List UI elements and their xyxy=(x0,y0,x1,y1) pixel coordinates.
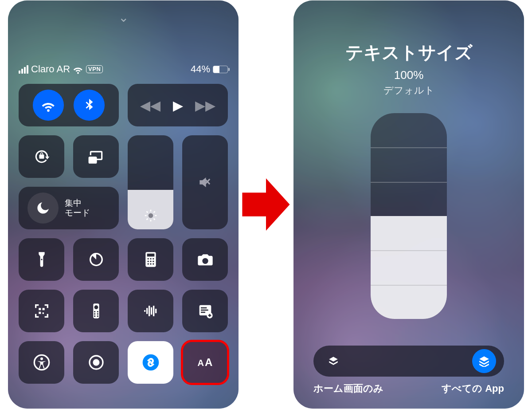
svg-point-7 xyxy=(150,261,151,262)
arrow-indicator xyxy=(242,171,290,238)
screen-mirroring-button[interactable] xyxy=(73,135,119,178)
forward-icon[interactable]: ▶▶ xyxy=(195,98,215,113)
svg-point-18 xyxy=(94,315,95,317)
svg-point-19 xyxy=(97,315,98,317)
svg-point-26 xyxy=(40,358,43,360)
vpn-badge: VPN xyxy=(86,65,103,73)
svg-point-0 xyxy=(148,213,153,218)
apple-tv-remote-button[interactable] xyxy=(73,290,119,332)
text-size-button[interactable]: AA xyxy=(182,341,228,384)
svg-rect-2 xyxy=(147,254,154,257)
home-only-label: ホーム画面のみ xyxy=(313,382,383,395)
screen-record-button[interactable] xyxy=(73,341,119,384)
arrow-right-icon xyxy=(242,171,290,238)
svg-point-15 xyxy=(97,311,98,312)
text-size-icon: AA xyxy=(198,356,213,369)
svg-point-29 xyxy=(142,354,159,371)
quick-note-icon xyxy=(196,302,214,320)
bluetooth-toggle[interactable] xyxy=(74,90,105,121)
calculator-icon xyxy=(142,251,160,268)
rewind-icon[interactable]: ◀◀ xyxy=(140,98,160,113)
camera-icon xyxy=(196,251,214,268)
apple-tv-remote-icon xyxy=(87,302,105,320)
svg-point-4 xyxy=(150,258,151,260)
text-size-title: テキストサイズ xyxy=(345,40,473,65)
chevron-down-icon[interactable]: ⌄ xyxy=(19,10,228,23)
qr-scanner-button[interactable] xyxy=(19,290,64,332)
scope-labels: ホーム画面のみ すべての App xyxy=(313,382,504,395)
timer-icon xyxy=(87,251,105,268)
calculator-button[interactable] xyxy=(128,238,173,281)
battery-percent: 44% xyxy=(191,63,210,75)
svg-point-13 xyxy=(94,305,98,309)
wifi-status-icon xyxy=(73,64,83,75)
focus-label: 集中 モード xyxy=(65,198,90,218)
layers-filled-icon xyxy=(478,355,490,367)
flashlight-icon xyxy=(33,251,51,268)
brightness-slider[interactable] xyxy=(128,135,173,229)
home-only-option[interactable] xyxy=(321,349,345,373)
wifi-icon xyxy=(41,98,56,113)
svg-rect-21 xyxy=(201,307,207,309)
svg-rect-23 xyxy=(201,312,205,313)
focus-mode-button[interactable]: 集中 モード xyxy=(19,187,119,229)
mute-icon xyxy=(197,174,214,191)
quick-note-button[interactable] xyxy=(182,290,228,332)
svg-point-8 xyxy=(153,261,154,262)
all-apps-option[interactable] xyxy=(472,349,496,373)
svg-point-11 xyxy=(153,263,154,264)
camera-button[interactable] xyxy=(182,238,228,281)
svg-point-3 xyxy=(147,258,149,260)
svg-point-5 xyxy=(153,258,154,260)
shazam-icon xyxy=(142,354,160,371)
moon-icon xyxy=(35,201,51,216)
scope-toggle[interactable] xyxy=(313,346,504,377)
text-size-value: 100% xyxy=(394,68,424,82)
sun-icon xyxy=(144,207,158,224)
carrier-label: Claro AR xyxy=(31,63,70,75)
screen-mirroring-icon xyxy=(88,148,105,165)
bluetooth-icon xyxy=(82,98,97,113)
flashlight-button[interactable] xyxy=(19,238,64,281)
svg-point-17 xyxy=(97,313,98,315)
play-icon[interactable]: ▶ xyxy=(173,98,183,113)
layers-icon xyxy=(328,355,339,367)
all-apps-label: すべての App xyxy=(442,382,504,395)
qr-code-icon xyxy=(33,302,51,320)
screen-record-icon xyxy=(87,354,105,371)
svg-point-10 xyxy=(150,263,151,264)
media-controls[interactable]: ◀◀ ▶ ▶▶ xyxy=(128,84,228,126)
text-size-screen: テキストサイズ 100% デフォルト xyxy=(293,0,524,409)
wifi-toggle[interactable] xyxy=(33,90,64,121)
control-center-screen: ⌄ Claro AR VPN 44% xyxy=(8,0,239,409)
rotation-lock-button[interactable] xyxy=(19,135,64,178)
svg-point-28 xyxy=(93,359,99,366)
svg-point-6 xyxy=(147,261,149,262)
shazam-button[interactable] xyxy=(128,341,173,384)
rotation-lock-icon xyxy=(33,148,50,165)
connectivity-module[interactable] xyxy=(19,84,119,126)
cellular-signal-icon xyxy=(19,65,28,74)
volume-slider[interactable] xyxy=(182,135,228,229)
text-size-default-label: デフォルト xyxy=(383,84,434,97)
voice-memo-button[interactable] xyxy=(128,290,173,332)
svg-point-14 xyxy=(94,311,95,312)
status-bar: Claro AR VPN 44% xyxy=(19,63,228,75)
accessibility-button[interactable] xyxy=(19,341,64,384)
svg-point-9 xyxy=(147,263,149,264)
text-size-slider[interactable] xyxy=(371,113,447,319)
svg-rect-22 xyxy=(201,310,208,311)
svg-point-16 xyxy=(94,313,95,315)
voice-memo-icon xyxy=(142,302,160,320)
timer-button[interactable] xyxy=(73,238,119,281)
accessibility-icon xyxy=(33,354,51,371)
battery-icon xyxy=(213,66,228,73)
